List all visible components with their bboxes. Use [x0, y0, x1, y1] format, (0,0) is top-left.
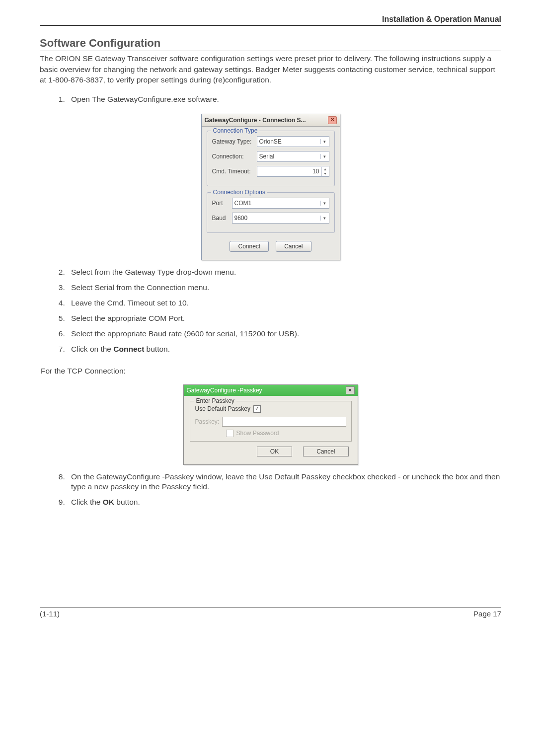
step-5: Select the appropriate COM Port. [67, 313, 501, 324]
connection-type-legend: Connection Type [211, 127, 260, 134]
dialog-titlebar: GatewayConfigure - Connection S... ✕ [202, 114, 340, 127]
dialog-title: GatewayConfigure - Connection S... [205, 117, 306, 124]
footer-right: Page 17 [473, 609, 501, 618]
baud-label: Baud [212, 215, 232, 222]
chevron-down-icon: ▾ [320, 154, 329, 159]
spin-up-icon[interactable]: ▲ [322, 167, 329, 171]
chevron-down-icon: ▾ [320, 139, 329, 144]
cmd-timeout-label: Cmd. Timeout: [212, 168, 257, 175]
connection-combo[interactable]: Serial ▾ [257, 151, 329, 162]
port-combo[interactable]: COM1 ▾ [232, 198, 329, 209]
ok-button[interactable]: OK [257, 447, 292, 456]
close-icon[interactable]: ✕ [328, 116, 337, 124]
baud-value: 9600 [234, 215, 320, 222]
baud-combo[interactable]: 9600 ▾ [232, 213, 329, 224]
passkey-dialog: GatewayConfigure -Passkey × Enter Passke… [183, 384, 358, 465]
gateway-type-label: Gateway Type: [212, 138, 257, 145]
close-icon[interactable]: × [346, 386, 355, 394]
use-default-passkey-label: Use Default Passkey [195, 405, 250, 412]
tcp-subhead: For the TCP Connection: [41, 367, 501, 376]
show-password-checkbox[interactable] [226, 430, 233, 437]
enter-passkey-legend: Enter Passkey [194, 397, 236, 404]
use-default-passkey-checkbox[interactable]: ✓ [253, 405, 261, 413]
step-6: Select the appropriate Baud rate (9600 f… [67, 329, 501, 339]
port-value: COM1 [234, 200, 320, 207]
connection-label: Connection: [212, 153, 257, 160]
cmd-timeout-value: 10 [312, 168, 321, 175]
step-1: Open The GatewayConfigure.exe software. [67, 94, 501, 105]
step-7: Click on the Connect button. [67, 344, 501, 355]
passkey-label: Passkey: [195, 418, 220, 425]
step-9: Click the OK button. [67, 497, 501, 508]
chevron-down-icon: ▾ [320, 216, 329, 221]
connection-dialog: GatewayConfigure - Connection S... ✕ Con… [201, 114, 340, 260]
gateway-type-combo[interactable]: OrionSE ▾ [257, 136, 329, 147]
section-title: Software Configuration [40, 37, 501, 51]
connect-button[interactable]: Connect [230, 241, 269, 252]
cancel-button[interactable]: Cancel [276, 241, 311, 252]
passkey-dialog-title: GatewayConfigure -Passkey [187, 387, 262, 394]
step-8: On the GatewayConfigure -Passkey window,… [67, 472, 501, 493]
passkey-titlebar: GatewayConfigure -Passkey × [184, 385, 358, 396]
step-4: Leave the Cmd. Timeout set to 10. [67, 298, 501, 308]
port-label: Port [212, 200, 232, 207]
show-password-label: Show Password [236, 430, 279, 437]
step-2: Select from the Gateway Type drop-down m… [67, 267, 501, 278]
passkey-input[interactable] [222, 417, 346, 427]
connection-value: Serial [259, 153, 320, 160]
spin-down-icon[interactable]: ▼ [322, 171, 329, 176]
gateway-type-value: OrionSE [259, 138, 320, 145]
step-3: Select Serial from the Connection menu. [67, 283, 501, 293]
footer-left: (1-11) [40, 609, 60, 618]
manual-title: Installation & Operation Manual [40, 15, 501, 26]
cancel-button[interactable]: Cancel [303, 447, 348, 456]
cmd-timeout-spinner[interactable]: 10 ▲▼ [257, 166, 329, 177]
connection-options-legend: Connection Options [211, 189, 267, 196]
chevron-down-icon: ▾ [320, 201, 329, 206]
section-intro: The ORION SE Gateway Transceiver softwar… [40, 53, 501, 85]
